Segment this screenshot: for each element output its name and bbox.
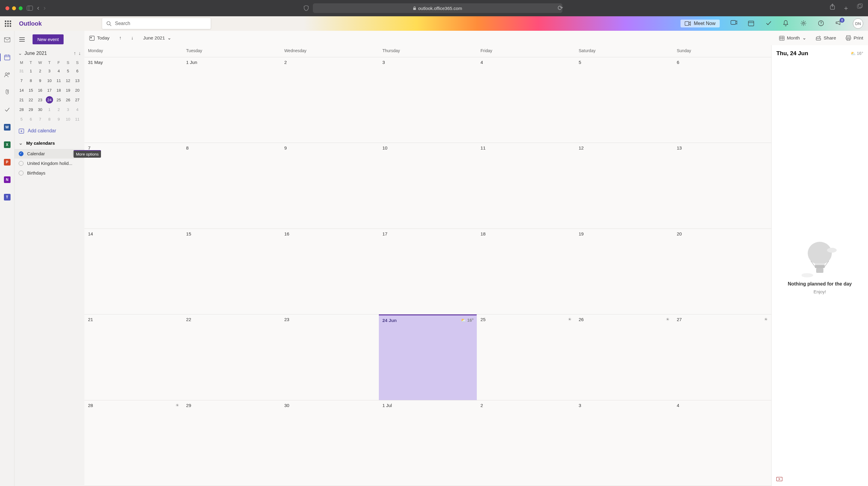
todo-icon[interactable] [766,20,772,27]
day-cell[interactable]: 1 Jul [379,400,477,486]
rail-calendar-icon[interactable] [2,53,12,62]
rail-onenote[interactable]: N [2,175,12,184]
calendar-item[interactable]: Birthdays [14,168,84,178]
view-picker[interactable]: Month ⌄ [777,34,808,42]
day-cell[interactable]: 16 [281,229,379,314]
mini-day[interactable]: 1 [45,104,54,114]
mini-day[interactable]: 14 [17,85,26,95]
day-cell[interactable]: 2 [477,400,575,486]
mini-day[interactable]: 5 [63,66,73,76]
mini-day[interactable]: 9 [54,114,63,124]
day-cell[interactable]: 27☀ [673,314,771,400]
mini-day[interactable]: 10 [63,114,73,124]
mini-day[interactable]: 16 [36,85,45,95]
day-cell[interactable]: 24 Jun⛅ 16° [379,314,477,400]
mini-day[interactable]: 13 [73,76,82,85]
mini-month-label[interactable]: June 2021 [24,51,71,56]
day-cell[interactable]: 14 [84,229,183,314]
mini-day[interactable]: 4 [54,66,63,76]
day-cell[interactable]: 10 [379,143,477,228]
day-cell[interactable]: 1 Jun [183,57,281,143]
mini-day[interactable]: 8 [26,76,36,85]
rail-excel[interactable]: X [2,140,12,150]
mini-day[interactable]: 25 [54,95,63,104]
share-icon[interactable] [830,4,835,13]
close-window[interactable] [5,6,9,10]
prev-week-icon[interactable]: ↑ [117,34,123,42]
mini-day[interactable]: 30 [36,104,45,114]
day-cell[interactable]: 20 [673,229,771,314]
mini-day[interactable]: 29 [26,104,36,114]
mini-day[interactable]: 8 [45,114,54,124]
hamburger-icon[interactable] [18,36,27,43]
app-launcher-icon[interactable] [5,21,11,27]
mini-day[interactable]: 15 [26,85,36,95]
day-cell[interactable]: 4 [477,57,575,143]
mini-day[interactable]: 7 [17,76,26,85]
mini-day[interactable]: 27 [73,95,82,104]
my-day-icon[interactable] [748,20,755,27]
mini-day[interactable]: 26 [63,95,73,104]
minimize-window[interactable] [12,6,16,10]
day-cell[interactable]: 22 [183,314,281,400]
day-cell[interactable]: 5 [575,57,673,143]
collapse-agenda-icon[interactable] [776,477,863,481]
day-cell[interactable]: 21 [84,314,183,400]
mini-day[interactable]: 20 [73,85,82,95]
day-cell[interactable]: 7 [84,143,183,228]
mini-day[interactable]: 23 [36,95,45,104]
day-cell[interactable]: 28☀ [84,400,183,486]
day-cell[interactable]: 17 [379,229,477,314]
rail-powerpoint[interactable]: P [2,157,12,167]
shield-icon[interactable] [304,5,309,11]
sidebar-toggle-icon[interactable] [27,6,33,10]
today-button[interactable]: Today [87,34,111,42]
month-picker[interactable]: June 2021 ⌄ [141,34,173,42]
brand-label[interactable]: Outlook [19,20,42,27]
new-tab-icon[interactable]: ＋ [843,4,849,13]
reload-icon[interactable]: ⟳ [558,4,563,12]
day-cell[interactable]: 26☀ [575,314,673,400]
mini-day[interactable]: 2 [54,104,63,114]
my-calendars-header[interactable]: ⌄ My calendars [14,137,84,149]
mini-day[interactable]: 1 [26,66,36,76]
maximize-window[interactable] [19,6,23,10]
day-cell[interactable]: 3 [575,400,673,486]
rail-people-icon[interactable] [2,70,12,80]
day-cell[interactable]: 18 [477,229,575,314]
day-cell[interactable]: 2 [281,57,379,143]
share-button[interactable]: Share [814,34,838,42]
print-button[interactable]: Print [844,34,865,42]
next-week-icon[interactable]: ↓ [129,34,135,42]
mini-day[interactable]: 22 [26,95,36,104]
day-cell[interactable]: 23 [281,314,379,400]
mini-day[interactable]: 18 [54,85,63,95]
teams-chat-icon[interactable] [731,20,737,27]
mini-day[interactable]: 3 [63,104,73,114]
mini-day[interactable]: 6 [73,66,82,76]
meet-now-button[interactable]: Meet Now [681,20,720,27]
help-icon[interactable]: ? [818,20,825,27]
mini-day[interactable]: 21 [17,95,26,104]
prev-month-icon[interactable]: ↑ [73,51,76,56]
address-bar[interactable]: outlook.office365.com [313,3,562,13]
rail-mail-icon[interactable] [2,35,12,44]
day-cell[interactable]: 4 [673,400,771,486]
day-cell[interactable]: 3 [379,57,477,143]
mini-day[interactable]: 17 [45,85,54,95]
avatar[interactable]: DN [853,19,863,29]
day-cell[interactable]: 31 May [84,57,183,143]
mini-day[interactable]: 11 [73,114,82,124]
mini-day[interactable]: 19 [63,85,73,95]
day-cell[interactable]: 15 [183,229,281,314]
mini-day[interactable]: 4 [73,104,82,114]
add-calendar-button[interactable]: Add calendar [14,124,84,137]
day-cell[interactable]: 29 [183,400,281,486]
mini-day[interactable]: 5 [17,114,26,124]
mini-day[interactable]: 2 [36,66,45,76]
bell-icon[interactable] [783,20,789,27]
back-icon[interactable]: ‹ [37,4,39,12]
rail-files-icon[interactable] [2,87,12,97]
mini-day[interactable]: 24 [45,95,54,104]
day-cell[interactable]: 6 [673,57,771,143]
